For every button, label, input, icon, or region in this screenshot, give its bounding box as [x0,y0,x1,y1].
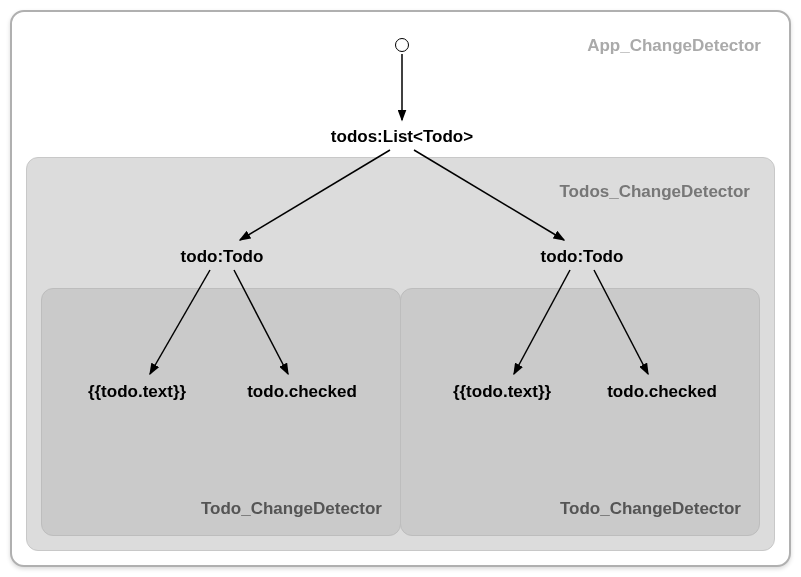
leaf-checked-left: todo.checked [247,382,357,402]
leaf-text-right: {{todo.text}} [453,382,551,402]
todo-node-right: todo:Todo [541,247,624,267]
leaf-text-left: {{todo.text}} [88,382,186,402]
root-node: todos:List<Todo> [331,127,473,147]
todos-changedetector-box: Todos_ChangeDetector Todo_ChangeDetector… [26,157,775,551]
todo-changedetector-box-right: Todo_ChangeDetector [400,288,760,536]
app-changedetector-box: App_ChangeDetector todos:List<Todo> Todo… [10,10,791,567]
todo-node-left: todo:Todo [181,247,264,267]
app-label: App_ChangeDetector [587,36,761,56]
todo-changedetector-box-left: Todo_ChangeDetector [41,288,401,536]
todos-label: Todos_ChangeDetector [560,182,751,202]
leaf-checked-right: todo.checked [607,382,717,402]
root-circle [395,38,409,52]
todo-label-left: Todo_ChangeDetector [201,499,382,519]
todo-label-right: Todo_ChangeDetector [560,499,741,519]
